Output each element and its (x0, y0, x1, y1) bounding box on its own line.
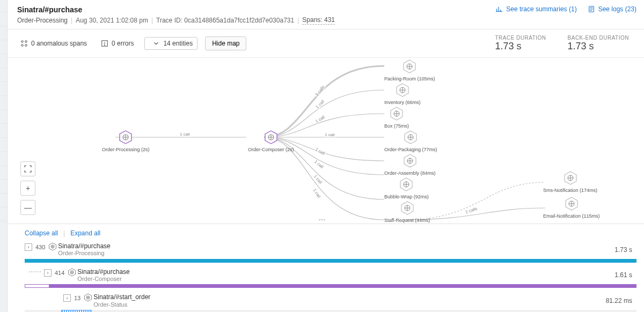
map-node-inventory[interactable]: Inventory (66ms) (384, 83, 421, 105)
map-node-packing-room[interactable]: Packing-Room (105ms) (384, 59, 435, 81)
hex-icon (402, 153, 418, 168)
span-row[interactable]: › 13 Sinatra/#start_order Order-Status 8… (63, 291, 636, 312)
hex-icon (399, 177, 414, 192)
bar-chart-icon (495, 5, 503, 13)
chevron-down-icon (152, 40, 160, 47)
collapse-all-link[interactable]: Collapse all (25, 229, 58, 237)
span-service: Order-Processing (58, 250, 110, 257)
span-hex-icon (68, 268, 76, 278)
trace-header: Sinatra/#purchase Order-Processing | Aug… (8, 0, 644, 29)
span-duration: 1.73 s (614, 246, 636, 254)
document-icon (588, 5, 595, 13)
child-count: 430 (35, 244, 45, 250)
page-title: Sinatra/#purchase (17, 5, 335, 14)
map-node-order-composer[interactable]: Order-Composer (2s) (248, 130, 294, 152)
span-row[interactable]: › 430 Sinatra/#purchase Order-Processing… (25, 240, 636, 263)
anomaly-icon (20, 40, 28, 47)
hex-icon (400, 200, 415, 216)
trace-duration-metric: TRACE DURATION 1.73 s (495, 35, 546, 52)
fit-button[interactable] (20, 161, 35, 176)
svg-point-11 (25, 44, 27, 47)
hex-icon (118, 130, 133, 145)
hex-icon (389, 106, 404, 121)
map-node-email-notification[interactable]: Email-Notification (115ms) (543, 196, 600, 219)
svg-point-9 (25, 41, 27, 43)
child-count: 13 (74, 295, 80, 301)
expand-caret[interactable]: › (25, 243, 32, 251)
hex-icon (403, 130, 418, 145)
hex-icon (395, 83, 410, 98)
zoom-in-button[interactable]: + (20, 181, 35, 196)
fit-icon (24, 165, 32, 173)
span-name: Sinatra/#purchase (58, 242, 110, 250)
map-node-sms-notification[interactable]: Sms-Notification (174ms) (543, 170, 597, 193)
map-node-staff-request[interactable]: Staff-Request (44ms) (384, 200, 430, 223)
see-trace-summaries-link[interactable]: See trace summaries (1) (495, 5, 576, 13)
map-controls: + — (20, 161, 35, 215)
alert-icon (101, 40, 108, 47)
map-node-order-processing[interactable]: Order-Processing (2s) (102, 130, 150, 152)
span-list-panel: Collapse all | Expand all › 430 Sinatra/… (8, 224, 644, 312)
spans-count[interactable]: Spans: 431 (302, 16, 335, 25)
see-logs-link[interactable]: See logs (23) (588, 5, 636, 13)
span-duration: 81.22 ms (606, 297, 636, 304)
trace-id: Trace ID: 0ca3148865a1da7fcc1f2dd7e030a7… (156, 17, 294, 24)
span-hex-icon (84, 293, 92, 303)
svg-point-8 (21, 41, 24, 43)
anomalous-spans-chip[interactable]: 0 anomalous spans (17, 38, 90, 49)
hide-map-button[interactable]: Hide map (205, 36, 246, 50)
trace-timestamp: Aug 30, 2021 1:02:08 pm (76, 17, 148, 24)
errors-chip[interactable]: 0 errors (98, 38, 137, 49)
span-service: Order-Status (93, 301, 150, 308)
child-count: 414 (55, 270, 64, 276)
expand-caret[interactable]: › (44, 269, 52, 277)
span-row[interactable]: › 414 Sinatra/#purchase Order-Composer 1… (44, 266, 636, 288)
entities-dropdown[interactable]: 14 entities (144, 37, 197, 50)
map-node-bubble-wrap[interactable]: Bubble-Wrap (92ms) (384, 177, 429, 199)
span-name: Sinatra/#start_order (93, 293, 150, 301)
expand-caret[interactable]: › (63, 294, 71, 302)
backend-duration-metric: BACK-END DURATION 1.73 s (568, 35, 629, 52)
hex-icon (402, 59, 417, 74)
span-name: Sinatra/#purchase (77, 268, 129, 276)
span-hex-icon (48, 242, 57, 252)
hex-icon (564, 196, 579, 211)
service-map[interactable]: 1 call 3 calls 1 call 1 call 1 call 1 ca… (8, 58, 644, 224)
svg-point-10 (21, 44, 24, 47)
expand-all-link[interactable]: Expand all (70, 229, 100, 237)
map-node-box[interactable]: Box (75ms) (384, 106, 409, 129)
map-overflow-indicator[interactable]: ⋯ (319, 216, 325, 224)
map-node-order-assembly[interactable]: Order-Assembly (84ms) (384, 153, 436, 176)
trace-subtitle: Order-Processing | Aug 30, 2021 1:02:08 … (17, 16, 335, 25)
app-name: Order-Processing (17, 17, 68, 24)
hex-icon (563, 170, 578, 185)
span-service: Order-Composer (77, 276, 129, 283)
span-duration: 1.61 s (614, 271, 636, 279)
hex-icon (264, 130, 279, 145)
svg-point-14 (105, 45, 105, 46)
map-node-order-packaging[interactable]: Order-Packaging (77ms) (384, 130, 437, 152)
zoom-out-button[interactable]: — (20, 200, 35, 215)
trace-toolbar: 0 anomalous spans 0 errors 14 entities H… (8, 29, 644, 58)
